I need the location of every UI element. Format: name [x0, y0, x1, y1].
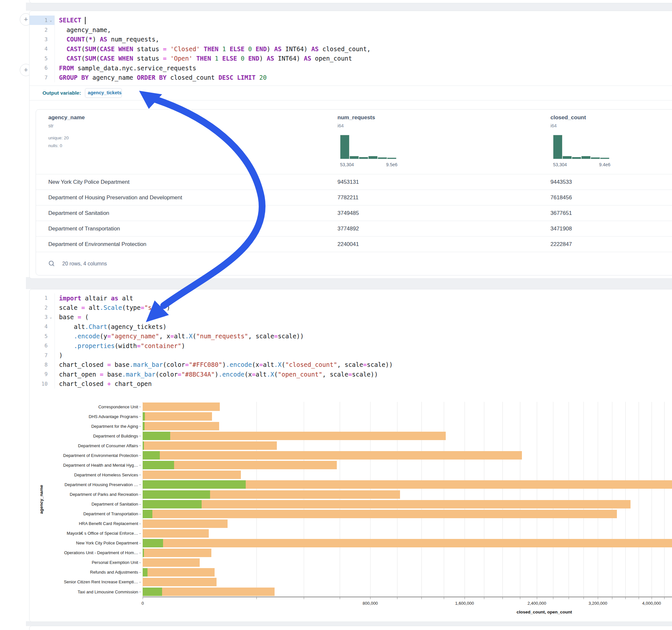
code-line[interactable]: 5 .encode(y="agency_name", x=alt.X("num_… [29, 332, 672, 341]
bar-closed-count[interactable] [143, 539, 672, 547]
line-number: 9 [29, 369, 55, 379]
code-line[interactable]: 3 COUNT(*) AS num_requests, [29, 35, 672, 44]
bar-chart: Correspondence UnitDHS Advantage Program… [0, 401, 672, 621]
column-type: str [48, 123, 53, 128]
bar-closed-count[interactable] [143, 470, 241, 479]
gridline [520, 402, 520, 597]
bar-open-count[interactable] [143, 480, 246, 489]
code-line[interactable]: 8chart_closed = base.mark_bar(color="#FF… [29, 360, 672, 369]
bar-closed-count[interactable] [143, 529, 209, 538]
y-axis-tick [139, 455, 141, 456]
x-axis-tick [598, 597, 598, 599]
y-axis-label: Department of Housing Preservation … [41, 482, 138, 487]
bar-closed-count[interactable] [143, 510, 617, 518]
column-header[interactable]: closed_count [550, 114, 586, 121]
code-line[interactable]: 7GROUP BY agency_name ORDER BY closed_co… [29, 73, 672, 82]
y-axis-tick [139, 426, 141, 427]
fold-chevron-icon[interactable]: ⌄ [49, 18, 52, 22]
previous-cell-edge [29, 0, 672, 3]
bar-closed-count[interactable] [143, 412, 212, 421]
x-axis-tick [520, 597, 520, 599]
bar-open-count[interactable] [143, 422, 145, 430]
bar-closed-count[interactable] [143, 558, 200, 567]
y-axis-tick [139, 524, 141, 524]
search-icon[interactable] [48, 260, 55, 267]
code-line[interactable]: 7) [29, 350, 672, 360]
x-axis-tick [625, 597, 626, 599]
table-row[interactable]: Department of Housing Preservation and D… [36, 190, 672, 205]
table-row[interactable]: New York City Police Department945313194… [36, 174, 672, 190]
bar-closed-count[interactable] [143, 500, 630, 508]
column-histogram[interactable] [340, 135, 397, 159]
code-line[interactable]: 1import altair as alt [29, 293, 672, 303]
code-line[interactable]: 10chart_closed + chart_open [29, 379, 672, 389]
table-row[interactable]: Department of Environmental Protection22… [36, 236, 672, 252]
line-number: 1⌄ [29, 16, 55, 25]
code-line[interactable]: 4 CAST(SUM(CASE WHEN status = 'Closed' T… [29, 44, 672, 53]
bar-open-count[interactable] [143, 490, 210, 499]
column-header[interactable]: num_requests [337, 114, 375, 121]
code-line[interactable]: 6 .properties(width="container") [29, 341, 672, 350]
y-axis-label: New York City Police Department [41, 540, 138, 546]
text-cursor [85, 17, 86, 24]
bar-closed-count[interactable] [143, 432, 446, 440]
bar-closed-count[interactable] [143, 441, 277, 450]
code-line[interactable]: 2 agency_name, [29, 25, 672, 34]
bar-closed-count[interactable] [143, 403, 220, 411]
code-line[interactable]: 5 CAST(SUM(CASE WHEN status = 'Open' THE… [29, 54, 672, 63]
column-header[interactable]: agency_name [48, 114, 85, 121]
bar-open-count[interactable] [143, 587, 162, 596]
code-line[interactable]: 6FROM sample_data.nyc.service_requests [29, 63, 672, 73]
output-variable-pill[interactable]: agency_tickets [85, 88, 122, 98]
x-axis-tick [370, 597, 370, 599]
sql-code-editor[interactable]: 1⌄SELECT 2 agency_name,3 COUNT(*) AS num… [29, 16, 672, 82]
x-axis-tick [257, 597, 257, 599]
bar-closed-count[interactable] [143, 568, 215, 577]
code-line[interactable]: 1⌄SELECT [29, 16, 672, 25]
bar-closed-count[interactable] [143, 451, 522, 460]
gridline [625, 402, 626, 597]
code-line[interactable]: 3⌄base = ( [29, 312, 672, 322]
table-cell: 2222847 [550, 237, 572, 252]
y-axis-tick [139, 563, 141, 563]
y-axis-tick [139, 514, 141, 514]
x-axis-tick [652, 597, 652, 599]
line-number: 6 [29, 63, 55, 73]
bar-closed-count[interactable] [143, 549, 211, 557]
x-axis-tick [639, 597, 639, 599]
table-row[interactable]: Department of Sanitation37494853677651 [36, 205, 672, 221]
code-line[interactable]: 9chart_open = base.mark_bar(color="#8BC3… [29, 369, 672, 379]
bar-open-count[interactable] [143, 510, 152, 518]
column-type: i64 [550, 123, 557, 128]
gridline [537, 402, 537, 597]
line-number: 8 [29, 360, 55, 369]
y-axis-label: Department of Sanitation [41, 502, 138, 507]
bar-closed-count[interactable] [143, 587, 274, 596]
column-histogram[interactable] [553, 135, 609, 159]
bar-open-count[interactable] [143, 500, 201, 508]
code-line[interactable]: 2scale = alt.Scale(type="sqrt") [29, 303, 672, 312]
bar-closed-count[interactable] [143, 578, 217, 586]
code-line[interactable]: 4 alt.Chart(agency_tickets) [29, 322, 672, 331]
line-number: 7 [29, 73, 55, 82]
bar-open-count[interactable] [143, 461, 174, 469]
gridline [639, 402, 639, 597]
bar-open-count[interactable] [143, 451, 160, 460]
bar-open-count[interactable] [143, 568, 147, 577]
table-row[interactable]: Department of Transportation377489234719… [36, 221, 672, 237]
bar-open-count[interactable] [143, 412, 145, 421]
line-number: 4 [29, 44, 55, 53]
code-text: agency_name, [55, 26, 111, 33]
fold-chevron-icon[interactable]: ⌄ [49, 315, 52, 319]
python-code-editor[interactable]: 1import altair as alt2scale = alt.Scale(… [29, 293, 672, 389]
y-axis-tick [139, 543, 141, 543]
bar-open-count[interactable] [143, 539, 163, 547]
code-text: chart_closed = base.mark_bar(color="#FFC… [55, 361, 393, 368]
bar-open-count[interactable] [143, 432, 170, 440]
table-cell: 3774892 [337, 221, 359, 237]
bar-closed-count[interactable] [143, 422, 219, 430]
bar-open-count[interactable] [143, 549, 144, 557]
y-axis-tick [139, 533, 141, 534]
bar-closed-count[interactable] [143, 519, 227, 528]
bar-open-count[interactable] [143, 441, 144, 450]
